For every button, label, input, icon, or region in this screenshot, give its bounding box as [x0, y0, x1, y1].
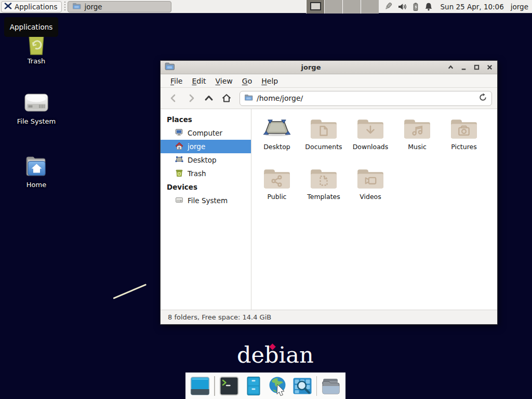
sidebar-item-label: Computer — [188, 129, 222, 137]
file-manager-window: jorge File Edit View Go Help /home/jorge… — [160, 60, 498, 325]
close-button[interactable] — [486, 64, 493, 71]
input-device-icon[interactable] — [383, 2, 394, 11]
file-item-music[interactable]: Music — [394, 116, 441, 166]
home-button[interactable] — [219, 90, 234, 106]
file-cabinet-launcher[interactable] — [243, 375, 264, 397]
show-desktop-button[interactable] — [190, 375, 210, 397]
hard-drive-icon — [9, 90, 63, 115]
sidebar: Places Computer jorge Desktop — [161, 109, 251, 310]
home-icon — [175, 142, 183, 152]
folder-documents-icon — [300, 116, 347, 140]
taskbar-window-button[interactable]: jorge — [68, 1, 171, 12]
folder-templates-icon — [300, 166, 347, 190]
system-tray — [383, 2, 433, 11]
sidebar-item-trash[interactable]: Trash — [161, 167, 251, 180]
sidebar-places-header: Places — [161, 113, 251, 126]
sidebar-devices-header: Devices — [161, 180, 251, 194]
file-item-templates[interactable]: Templates — [300, 166, 347, 216]
workspace-1[interactable] — [306, 0, 324, 14]
menu-view[interactable]: View — [211, 75, 237, 87]
sidebar-item-computer[interactable]: Computer — [161, 126, 251, 140]
folder-music-icon — [394, 116, 441, 140]
statusbar: 8 folders, Free space: 14.4 GiB — [161, 310, 497, 324]
path-bar[interactable]: /home/jorge/ — [240, 91, 492, 106]
menu-file[interactable]: File — [166, 75, 187, 87]
application-finder-launcher[interactable] — [292, 375, 313, 397]
file-item-downloads[interactable]: Downloads — [347, 116, 394, 166]
file-item-label: Videos — [347, 193, 394, 201]
panel-clock[interactable]: Sun 25 Apr, 10:06 — [441, 3, 504, 11]
forward-button[interactable] — [183, 90, 199, 106]
applications-menu-label: Applications — [15, 3, 57, 11]
panel-username[interactable]: jorge — [511, 3, 528, 11]
file-item-label: Public — [254, 193, 300, 201]
window-title: jorge — [178, 63, 444, 71]
desktop-icon-home[interactable]: Home — [9, 154, 63, 189]
maximize-button[interactable] — [473, 64, 480, 71]
panel-handle[interactable] — [63, 2, 66, 12]
up-button[interactable] — [201, 90, 217, 106]
file-item-pictures[interactable]: Pictures — [441, 116, 487, 166]
xfce-applications-icon — [4, 2, 12, 11]
desktop-stray-line-artifact — [113, 284, 147, 299]
applications-tooltip: Applications — [4, 17, 58, 37]
web-browser-launcher[interactable] — [268, 375, 288, 397]
menu-edit[interactable]: Edit — [187, 75, 210, 87]
window-folder-icon — [165, 62, 175, 73]
sidebar-item-file-system[interactable]: File System — [161, 194, 251, 207]
debian-wallpaper-logo: debian — [237, 342, 314, 368]
terminal-launcher[interactable] — [219, 375, 240, 397]
window-titlebar[interactable]: jorge — [161, 61, 497, 74]
desktop-icon-label: Trash — [9, 57, 63, 65]
menu-help[interactable]: Help — [257, 75, 283, 87]
desktop-icon-label: Home — [9, 181, 63, 189]
sidebar-item-label: File System — [188, 196, 228, 205]
desktop-icon-file-system[interactable]: File System — [9, 90, 63, 125]
sidebar-item-label: Trash — [188, 169, 206, 178]
top-panel: Applications jorge Sun 25 Apr, 10:06 jor… — [0, 0, 532, 14]
sidebar-item-label: jorge — [188, 142, 205, 151]
file-item-public[interactable]: Public — [254, 166, 300, 216]
folder-downloads-icon — [347, 116, 394, 140]
file-icon-view[interactable]: Desktop Documents Downloads Music — [251, 109, 497, 310]
file-item-documents[interactable]: Documents — [300, 116, 347, 166]
notifications-bell-icon[interactable] — [424, 2, 433, 11]
file-item-label: Downloads — [347, 143, 394, 151]
workspace-switcher[interactable] — [306, 0, 379, 14]
dock-separator — [214, 376, 215, 396]
desktop-icon — [175, 155, 183, 165]
sidebar-item-jorge[interactable]: jorge — [161, 140, 251, 153]
file-item-videos[interactable]: Videos — [347, 166, 394, 216]
computer-icon — [175, 128, 183, 138]
file-item-label: Desktop — [254, 143, 300, 151]
path-input[interactable]: /home/jorge/ — [257, 94, 475, 102]
tooltip-text: Applications — [10, 23, 52, 31]
folder-window-icon — [72, 2, 81, 11]
file-item-label: Templates — [300, 193, 347, 201]
file-item-label: Pictures — [441, 143, 487, 151]
workspace-3[interactable] — [342, 0, 361, 14]
sidebar-item-desktop[interactable]: Desktop — [161, 153, 251, 167]
applications-menu-button[interactable]: Applications — [1, 1, 62, 12]
volume-icon[interactable] — [397, 2, 407, 11]
workspace-window-preview — [310, 2, 321, 10]
taskbar-window-label: jorge — [84, 3, 102, 11]
workspace-4[interactable] — [361, 0, 379, 14]
menubar: File Edit View Go Help — [161, 74, 497, 88]
minimize-button[interactable] — [460, 64, 467, 71]
trash-icon — [175, 169, 183, 179]
file-item-desktop[interactable]: Desktop — [254, 116, 300, 166]
workspace-2[interactable] — [324, 0, 342, 14]
back-button[interactable] — [166, 90, 181, 106]
toolbar: /home/jorge/ — [161, 88, 497, 109]
desktop-icon-label: File System — [9, 117, 63, 125]
menu-go[interactable]: Go — [237, 75, 257, 87]
file-item-label: Music — [394, 143, 441, 151]
reload-icon[interactable] — [478, 93, 487, 104]
directory-menu-launcher[interactable] — [321, 375, 341, 397]
shade-button[interactable] — [447, 64, 454, 71]
sidebar-item-label: Desktop — [188, 156, 217, 164]
battery-charging-icon[interactable] — [411, 2, 420, 11]
file-item-label: Documents — [300, 143, 347, 151]
home-folder-icon — [9, 154, 63, 179]
